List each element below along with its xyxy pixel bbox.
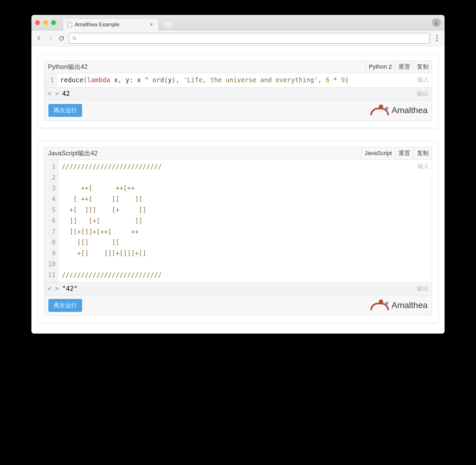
address-bar[interactable]: [69, 33, 430, 44]
reset-button[interactable]: 重置: [395, 61, 413, 73]
new-tab-button[interactable]: [162, 21, 174, 28]
line-gutter: 1234567891011: [44, 160, 59, 282]
cell-header: JavaScript输出42 JavaScript 重置 复制: [44, 147, 432, 160]
nav-back-button[interactable]: [35, 34, 43, 42]
browser-tab[interactable]: Amalthea Example ×: [63, 18, 159, 31]
cell-title: JavaScript输出42: [44, 149, 361, 157]
titlebar: Amalthea Example ×: [31, 15, 445, 30]
window-close-button[interactable]: [35, 20, 40, 25]
profile-avatar[interactable]: [432, 18, 441, 27]
tab-title: Amalthea Example: [75, 22, 146, 28]
cell-footer: 再次运行 Amalthea: [44, 100, 432, 121]
output-row: < > "42" 输出: [44, 283, 432, 295]
browser-window: Amalthea Example × Pytho: [31, 15, 445, 334]
cell-python: Python输出42 Python 2 重置 复制 1 reduce(lambd…: [38, 54, 438, 128]
code-text[interactable]: reduce(lambda x, y: x ^ ord(y), 'Life, t…: [57, 73, 432, 87]
code-editor[interactable]: 1 reduce(lambda x, y: x ^ ord(y), 'Life,…: [44, 73, 432, 88]
brand: Amalthea: [370, 105, 428, 116]
output-label: 输出: [417, 285, 429, 293]
url-input[interactable]: [80, 35, 426, 41]
page-content: Python输出42 Python 2 重置 复制 1 reduce(lambd…: [31, 46, 445, 334]
browser-menu-button[interactable]: [433, 35, 441, 41]
brand-logo-icon: [370, 105, 389, 116]
brand-name: Amalthea: [392, 105, 428, 115]
copy-button[interactable]: 复制: [413, 61, 432, 73]
file-icon: [67, 22, 72, 27]
window-maximize-button[interactable]: [51, 20, 56, 25]
reset-button[interactable]: 重置: [395, 147, 413, 159]
search-icon: [72, 36, 77, 41]
cell-header: Python输出42 Python 2 重置 复制: [44, 60, 432, 73]
cell-javascript: JavaScript输出42 JavaScript 重置 复制 12345678…: [38, 141, 438, 323]
brand: Amalthea: [370, 300, 428, 311]
tab-close-button[interactable]: ×: [149, 21, 154, 28]
output-icon: < >: [47, 90, 59, 97]
cell-footer: 再次运行 Amalthea: [44, 295, 432, 316]
output-row: < > 42 输出: [44, 88, 432, 100]
svg-point-0: [435, 20, 437, 22]
nav-reload-button[interactable]: [58, 34, 65, 42]
language-chip[interactable]: Python 2: [365, 61, 395, 73]
output-label: 输出: [417, 90, 429, 98]
window-controls: [35, 20, 56, 25]
copy-button[interactable]: 复制: [413, 147, 432, 159]
output-value: 42: [62, 90, 70, 97]
output-value: "42": [62, 285, 77, 292]
browser-toolbar: [31, 30, 445, 46]
input-label: 输入: [417, 75, 429, 85]
brand-name: Amalthea: [392, 300, 428, 310]
run-again-button[interactable]: 再次运行: [48, 299, 82, 312]
window-minimize-button[interactable]: [43, 20, 48, 25]
nav-forward-button[interactable]: [46, 34, 54, 42]
output-icon: < >: [47, 285, 59, 292]
brand-logo-icon: [370, 300, 389, 311]
cell-title: Python输出42: [44, 63, 365, 71]
run-again-button[interactable]: 再次运行: [48, 104, 82, 117]
line-gutter: 1: [44, 73, 57, 87]
code-text[interactable]: ////////////////////////// ++[ ++[++ [ +…: [59, 160, 432, 282]
code-editor[interactable]: 1234567891011 //////////////////////////…: [44, 160, 432, 283]
svg-point-1: [73, 37, 75, 39]
input-label: 输入: [417, 161, 429, 171]
language-chip[interactable]: JavaScript: [361, 147, 395, 159]
